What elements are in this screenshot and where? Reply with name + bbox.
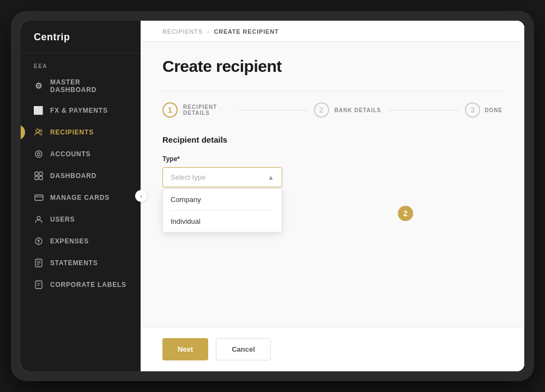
sidebar-item-label: MASTER DASHBOARD <box>50 78 128 94</box>
step-2-number: 2 <box>314 102 329 118</box>
form-field-type: Type* Select type ▲ Company Individual <box>162 155 502 187</box>
expenses-icon <box>34 236 44 246</box>
steps-row: 1 RECIPIENT DETAILS 2 BANK DETAILS 3 DON… <box>162 91 502 118</box>
sidebar-item-statements[interactable]: STATEMENTS <box>21 252 141 274</box>
svg-point-1 <box>40 130 42 132</box>
step-2: 2 BANK DETAILS <box>314 102 383 118</box>
recipients-icon <box>34 127 44 137</box>
sidebar-item-fx-payments[interactable]: ⬜ FX & PAYMENTS <box>21 100 141 121</box>
sidebar-item-label: RECIPIENTS <box>50 128 94 136</box>
svg-point-3 <box>38 153 40 156</box>
sidebar-item-manage-cards[interactable]: MANAGE CARDS <box>21 187 141 209</box>
dropdown-placeholder: Select type <box>171 173 205 181</box>
step-3-label: DONE <box>485 107 502 113</box>
app-logo: Centrip <box>21 21 141 53</box>
annotation-bubble-1: 1 <box>21 125 25 140</box>
svg-rect-7 <box>39 176 43 180</box>
svg-rect-5 <box>39 172 43 175</box>
type-dropdown[interactable]: Select type ▲ Company Individual <box>162 167 282 187</box>
sidebar-item-label: STATEMENTS <box>50 259 98 267</box>
sidebar-item-accounts[interactable]: ACCOUNTS <box>21 143 141 165</box>
annotation-bubble-2: 2 <box>398 206 413 221</box>
sidebar-item-label: FX & PAYMENTS <box>50 107 108 114</box>
dropdown-option-company[interactable]: Company <box>163 189 282 210</box>
cancel-button[interactable]: Cancel <box>216 338 271 360</box>
svg-point-0 <box>36 129 39 132</box>
cards-icon <box>34 193 44 203</box>
main-content: RECIPIENTS › CREATE RECIPIENT Create rec… <box>141 21 524 371</box>
sidebar-item-dashboard[interactable]: DASHBOARD <box>21 165 141 187</box>
sidebar-item-label: DASHBOARD <box>50 172 96 180</box>
fx-icon: ⬜ <box>34 106 44 115</box>
step-3: 3 DONE <box>465 102 502 118</box>
sidebar-item-users[interactable]: USERS <box>21 209 141 230</box>
gear-icon: ⚙ <box>34 81 44 91</box>
users-icon <box>34 215 44 224</box>
step-1-number: 1 <box>162 102 178 118</box>
sidebar-item-label: CORPORATE LABELS <box>50 281 126 289</box>
sidebar: Centrip EEA ⚙ MASTER DASHBOARD ⬜ FX & PA… <box>21 21 141 371</box>
sidebar-item-label: USERS <box>50 216 75 223</box>
page-body: Create recipient 1 RECIPIENT DETAILS 2 B… <box>141 42 524 327</box>
sidebar-item-label: MANAGE CARDS <box>50 194 110 201</box>
breadcrumb-parent: RECIPIENTS <box>162 28 203 35</box>
type-dropdown-menu: Company Individual <box>162 188 282 232</box>
dropdown-option-individual[interactable]: Individual <box>163 211 282 232</box>
actions-row: Next Cancel <box>141 327 524 371</box>
sidebar-item-master-dashboard[interactable]: ⚙ MASTER DASHBOARD <box>21 72 141 100</box>
type-dropdown-trigger[interactable]: Select type ▲ <box>162 167 282 187</box>
breadcrumb-separator: › <box>207 28 209 35</box>
step-line-1 <box>238 110 307 111</box>
sidebar-item-expenses[interactable]: EXPENSES <box>21 230 141 252</box>
step-line-2 <box>389 110 458 111</box>
next-button[interactable]: Next <box>162 338 208 360</box>
accounts-icon <box>34 149 44 159</box>
sidebar-item-label: EXPENSES <box>50 237 89 245</box>
svg-point-2 <box>35 151 42 157</box>
svg-rect-6 <box>35 176 38 180</box>
sidebar-item-recipients[interactable]: 1 RECIPIENTS <box>21 121 141 143</box>
form-section-title: Recipient details <box>162 135 502 144</box>
step-3-number: 3 <box>465 102 480 118</box>
dashboard-icon <box>34 171 44 181</box>
step-1-label: RECIPIENT DETAILS <box>183 104 232 116</box>
chevron-up-icon: ▲ <box>268 174 274 181</box>
tablet-frame: Centrip EEA ⚙ MASTER DASHBOARD ⬜ FX & PA… <box>11 11 534 381</box>
svg-rect-8 <box>35 195 43 200</box>
sidebar-collapse-button[interactable]: ‹ <box>135 190 147 202</box>
statements-icon <box>34 258 44 268</box>
form-section: Recipient details Type* Select type ▲ Co… <box>162 135 502 187</box>
sidebar-item-label: ACCOUNTS <box>50 150 90 158</box>
tablet-screen: Centrip EEA ⚙ MASTER DASHBOARD ⬜ FX & PA… <box>21 21 524 371</box>
svg-rect-16 <box>35 281 42 289</box>
sidebar-section-label: EEA <box>21 53 141 72</box>
step-1: 1 RECIPIENT DETAILS <box>162 102 232 118</box>
svg-point-10 <box>37 217 40 220</box>
breadcrumb-current: CREATE RECIPIENT <box>214 28 278 35</box>
step-2-label: BANK DETAILS <box>335 107 382 113</box>
corporate-labels-icon <box>34 280 44 290</box>
type-label: Type* <box>162 155 502 163</box>
breadcrumb: RECIPIENTS › CREATE RECIPIENT <box>141 21 524 42</box>
svg-rect-4 <box>35 172 38 175</box>
sidebar-item-corporate-labels[interactable]: CORPORATE LABELS <box>21 274 141 296</box>
page-title: Create recipient <box>162 57 502 76</box>
